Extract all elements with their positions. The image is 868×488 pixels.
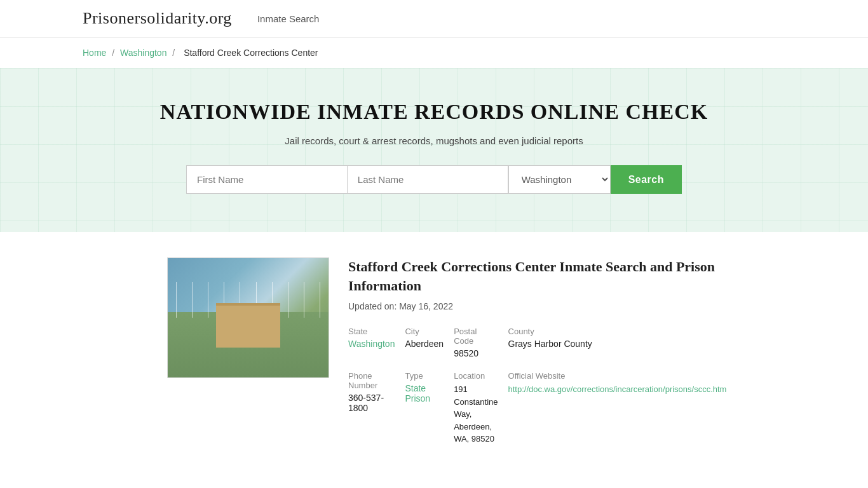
breadcrumb: Home / Washington / Stafford Creek Corre… — [0, 37, 868, 68]
phone-label: Phone Number — [348, 371, 395, 390]
hero-subtitle: Jail records, court & arrest records, mu… — [13, 135, 855, 146]
county-value: Grays Harbor County — [508, 339, 592, 349]
breadcrumb-state[interactable]: Washington — [120, 48, 166, 58]
city-value: Aberdeen — [405, 339, 444, 349]
county-cell: County Grays Harbor County — [508, 327, 727, 358]
location-value: 191 Constantine Way, Aberdeen, WA, 98520 — [454, 384, 498, 444]
breadcrumb-separator-2: / — [172, 48, 177, 58]
website-cell: Official Website http://doc.wa.gov/corre… — [508, 371, 727, 445]
type-cell: Type State Prison — [405, 371, 444, 445]
type-value[interactable]: State Prison — [405, 383, 430, 403]
state-value[interactable]: Washington — [348, 339, 395, 349]
phone-value: 360-537-1800 — [348, 393, 384, 413]
search-button[interactable]: Search — [611, 165, 682, 194]
postal-cell: Postal Code 98520 — [454, 327, 498, 358]
facility-image — [167, 257, 329, 378]
hero-title: NATIONWIDE INMATE RECORDS ONLINE CHECK — [13, 100, 855, 124]
hero-section: NATIONWIDE INMATE RECORDS ONLINE CHECK J… — [0, 68, 868, 232]
facility-updated: Updated on: May 16, 2022 — [348, 301, 726, 311]
facility-content: Stafford Creek Corrections Center Inmate… — [85, 257, 783, 445]
type-label: Type — [405, 371, 444, 381]
website-value[interactable]: http://doc.wa.gov/corrections/incarcerat… — [508, 384, 727, 394]
facility-info: Stafford Creek Corrections Center Inmate… — [348, 257, 726, 445]
breadcrumb-separator-1: / — [112, 48, 117, 58]
facility-details-grid: State Washington City Aberdeen Postal Co… — [348, 327, 726, 445]
facility-title: Stafford Creek Corrections Center Inmate… — [348, 257, 726, 295]
state-select[interactable]: AlabamaAlaskaArizonaArkansasCaliforniaCo… — [508, 165, 611, 194]
website-label: Official Website — [508, 371, 727, 381]
state-label: State — [348, 327, 395, 336]
site-header: Prisonersolidarity.org Inmate Search — [0, 0, 868, 37]
location-label: Location — [454, 371, 498, 381]
city-label: City — [405, 327, 444, 336]
fence-decoration — [176, 282, 321, 318]
postal-value: 98520 — [454, 348, 478, 358]
site-logo[interactable]: Prisonersolidarity.org — [83, 9, 232, 28]
postal-label: Postal Code — [454, 327, 498, 346]
state-cell: State Washington — [348, 327, 395, 358]
phone-cell: Phone Number 360-537-1800 — [348, 371, 395, 445]
county-label: County — [508, 327, 727, 336]
nav-inmate-search[interactable]: Inmate Search — [257, 13, 320, 24]
breadcrumb-current: Stafford Creek Corrections Center — [184, 48, 318, 58]
breadcrumb-home[interactable]: Home — [83, 48, 106, 58]
first-name-input[interactable] — [186, 165, 347, 194]
city-cell: City Aberdeen — [405, 327, 444, 358]
search-bar: AlabamaAlaskaArizonaArkansasCaliforniaCo… — [186, 165, 682, 194]
location-cell: Location 191 Constantine Way, Aberdeen, … — [454, 371, 498, 445]
last-name-input[interactable] — [347, 165, 508, 194]
